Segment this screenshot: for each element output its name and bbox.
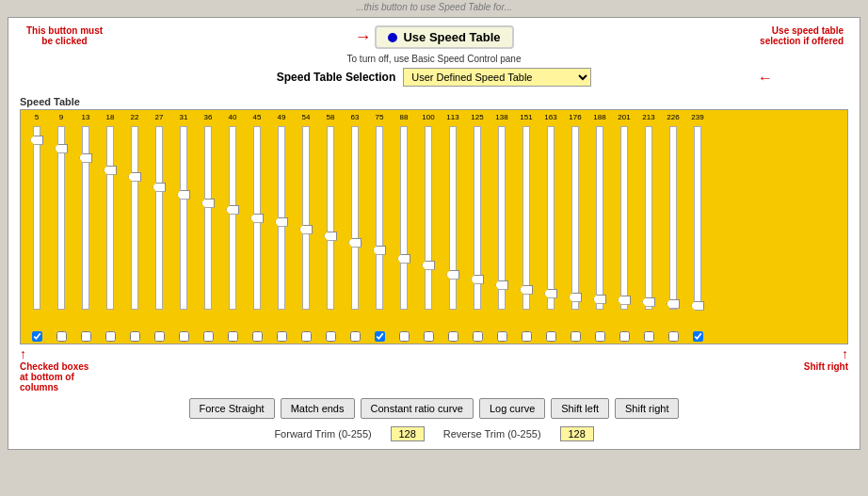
slider-thumb-3[interactable] (104, 166, 117, 175)
slider-wrapper-8[interactable] (220, 122, 245, 329)
slider-thumb-12[interactable] (324, 232, 337, 241)
slider-wrapper-9[interactable] (245, 122, 269, 329)
slider-checkbox-wrapper-0[interactable] (24, 331, 49, 342)
slider-checkbox-18[interactable] (473, 331, 483, 342)
slider-wrapper-22[interactable] (563, 122, 587, 329)
slider-checkbox-wrapper-15[interactable] (392, 331, 416, 342)
slider-thumb-26[interactable] (667, 299, 680, 309)
slider-wrapper-4[interactable] (122, 122, 147, 329)
slider-wrapper-5[interactable] (147, 122, 171, 329)
slider-thumb-13[interactable] (348, 238, 362, 248)
slider-thumb-21[interactable] (544, 289, 557, 298)
slider-checkbox-7[interactable] (203, 331, 214, 342)
slider-checkbox-4[interactable] (130, 331, 140, 342)
slider-checkbox-8[interactable] (228, 331, 238, 342)
slider-thumb-11[interactable] (299, 225, 313, 234)
slider-wrapper-21[interactable] (538, 122, 563, 329)
slider-checkbox-5[interactable] (154, 331, 165, 342)
slider-thumb-4[interactable] (128, 172, 141, 182)
slider-checkbox-wrapper-24[interactable] (612, 331, 636, 342)
slider-checkbox-wrapper-14[interactable] (367, 331, 392, 342)
slider-thumb-15[interactable] (397, 254, 410, 264)
slider-checkbox-wrapper-23[interactable] (587, 331, 612, 342)
slider-checkbox-wrapper-9[interactable] (245, 331, 269, 342)
force-straight-button[interactable]: Force Straight (189, 398, 275, 419)
slider-checkbox-3[interactable] (105, 331, 116, 342)
slider-checkbox-wrapper-26[interactable] (661, 331, 685, 342)
slider-checkbox-13[interactable] (350, 331, 361, 342)
slider-checkbox-25[interactable] (644, 331, 654, 342)
slider-wrapper-6[interactable] (171, 122, 196, 329)
slider-checkbox-wrapper-27[interactable] (685, 331, 710, 342)
slider-wrapper-13[interactable] (343, 122, 367, 329)
slider-wrapper-25[interactable] (636, 122, 661, 329)
slider-checkbox-wrapper-17[interactable] (441, 331, 465, 342)
slider-checkbox-wrapper-20[interactable] (514, 331, 538, 342)
slider-checkbox-wrapper-4[interactable] (122, 331, 147, 342)
slider-checkbox-10[interactable] (277, 331, 287, 342)
slider-checkbox-21[interactable] (546, 331, 556, 342)
slider-checkbox-6[interactable] (179, 331, 189, 342)
slider-thumb-19[interactable] (495, 280, 508, 290)
slider-thumb-23[interactable] (593, 295, 606, 304)
slider-wrapper-23[interactable] (587, 122, 612, 329)
slider-thumb-0[interactable] (30, 136, 43, 145)
slider-checkbox-wrapper-18[interactable] (465, 331, 490, 342)
slider-thumb-10[interactable] (275, 217, 288, 227)
slider-wrapper-27[interactable] (685, 122, 710, 329)
slider-checkbox-22[interactable] (571, 331, 581, 342)
slider-checkbox-27[interactable] (693, 331, 703, 342)
slider-wrapper-3[interactable] (98, 122, 122, 329)
slider-checkbox-wrapper-22[interactable] (563, 331, 587, 342)
slider-checkbox-0[interactable] (32, 331, 42, 342)
slider-checkbox-wrapper-16[interactable] (416, 331, 441, 342)
slider-wrapper-11[interactable] (294, 122, 318, 329)
slider-wrapper-24[interactable] (612, 122, 636, 329)
slider-wrapper-10[interactable] (269, 122, 294, 329)
slider-checkbox-wrapper-12[interactable] (318, 331, 343, 342)
slider-checkbox-wrapper-6[interactable] (171, 331, 196, 342)
slider-thumb-24[interactable] (618, 296, 631, 305)
slider-checkbox-wrapper-10[interactable] (269, 331, 294, 342)
slider-thumb-2[interactable] (79, 153, 92, 163)
slider-checkbox-wrapper-7[interactable] (196, 331, 220, 342)
speed-table-dropdown[interactable]: User Defined Speed Table (403, 68, 591, 87)
slider-thumb-9[interactable] (250, 214, 264, 223)
slider-checkbox-wrapper-13[interactable] (343, 331, 367, 342)
slider-thumb-14[interactable] (373, 246, 386, 255)
slider-wrapper-20[interactable] (514, 122, 538, 329)
slider-wrapper-12[interactable] (318, 122, 343, 329)
slider-wrapper-14[interactable] (367, 122, 392, 329)
slider-checkbox-2[interactable] (81, 331, 91, 342)
slider-wrapper-2[interactable] (73, 122, 98, 329)
slider-thumb-7[interactable] (201, 199, 215, 208)
slider-checkbox-26[interactable] (668, 331, 679, 342)
slider-checkbox-11[interactable] (301, 331, 312, 342)
slider-checkbox-wrapper-8[interactable] (220, 331, 245, 342)
use-speed-table-button[interactable]: Use Speed Table (375, 25, 513, 49)
slider-checkbox-16[interactable] (424, 331, 434, 342)
slider-thumb-27[interactable] (691, 301, 704, 311)
slider-thumb-1[interactable] (55, 144, 68, 153)
slider-checkbox-1[interactable] (56, 331, 67, 342)
slider-checkbox-wrapper-25[interactable] (636, 331, 661, 342)
sliders-row[interactable] (24, 122, 844, 329)
slider-wrapper-19[interactable] (490, 122, 514, 329)
slider-thumb-5[interactable] (153, 183, 166, 192)
slider-checkbox-14[interactable] (375, 331, 385, 342)
slider-thumb-20[interactable] (520, 285, 533, 295)
slider-checkbox-wrapper-21[interactable] (538, 331, 563, 342)
slider-wrapper-18[interactable] (465, 122, 490, 329)
slider-wrapper-7[interactable] (196, 122, 220, 329)
slider-wrapper-26[interactable] (661, 122, 685, 329)
slider-checkbox-wrapper-11[interactable] (294, 331, 318, 342)
slider-checkbox-wrapper-5[interactable] (147, 331, 171, 342)
forward-trim-input[interactable] (391, 426, 425, 441)
slider-thumb-6[interactable] (177, 190, 190, 200)
slider-checkbox-wrapper-1[interactable] (49, 331, 73, 342)
reverse-trim-input[interactable] (560, 426, 594, 441)
shift-left-button[interactable]: Shift left (551, 398, 609, 419)
slider-checkbox-wrapper-19[interactable] (490, 331, 514, 342)
slider-wrapper-1[interactable] (49, 122, 73, 329)
slider-checkbox-12[interactable] (326, 331, 336, 342)
